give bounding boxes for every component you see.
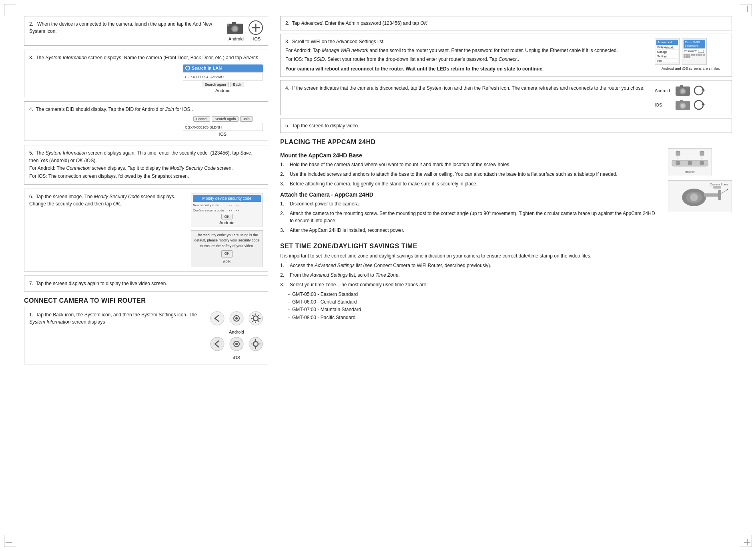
attach-step-1: 1. Disconnect power to the camera. xyxy=(280,200,660,207)
set-time-step-1: 1. Access the Advanced Settings list (se… xyxy=(280,262,732,269)
wifi-row-4: Info xyxy=(656,59,678,63)
svg-rect-4 xyxy=(227,24,229,26)
mount-base-image: anchor xyxy=(668,148,712,176)
ios-did-text: CGXX-000165-BLDNH xyxy=(185,125,222,129)
svg-point-11 xyxy=(235,317,238,320)
refresh-ios-icon xyxy=(693,99,705,111)
ok-row-ios: OK xyxy=(193,250,261,257)
step3-italic1: System Information xyxy=(45,55,86,60)
new-security-row: New security code ······ xyxy=(193,203,261,207)
right-step4-ios-label: iOS xyxy=(655,103,673,107)
svg-point-22 xyxy=(681,89,685,93)
ok-btn-ios[interactable]: OK xyxy=(221,250,232,257)
camera-brace-svg: Camera Brace xyxy=(670,181,730,211)
step2-box: 2. When the device is connected to the c… xyxy=(24,16,268,46)
time-zone-eastern: GMT-05:00 - Eastern Standard xyxy=(288,291,732,298)
svg-rect-28 xyxy=(680,100,683,101)
time-zone-central: GMT-06:00 - Central Standard xyxy=(288,298,732,306)
android-label-step6: Android xyxy=(193,220,261,225)
wifi-step1-num: 1. xyxy=(29,312,33,318)
android-label-step2: Android xyxy=(229,36,244,41)
wifi-screen-2: Enter WiFi password Password: [___] xyxy=(682,38,707,65)
svg-point-31 xyxy=(676,161,680,165)
set-time-step-2-num: 2. xyxy=(280,271,287,279)
step6-images: Modify device security code New security… xyxy=(191,193,263,267)
step5-si: System Information xyxy=(45,150,86,156)
mount-step-2-text: Use the included screws and anchors to a… xyxy=(290,171,618,178)
camera-icon xyxy=(226,20,244,35)
svg-point-2 xyxy=(233,26,237,31)
svg-point-17 xyxy=(235,343,238,345)
svg-point-32 xyxy=(688,161,692,165)
step6-ok: OK xyxy=(113,201,120,207)
ios-security-text: The 'security code' you are using is the… xyxy=(194,233,259,248)
set-time-step-2: 2. From the Advancd Settings list, scrol… xyxy=(280,271,732,279)
placing-title: PLACING THE APPCAM 24HD xyxy=(280,139,732,146)
step3-box: 3. The System Information screen display… xyxy=(24,50,268,97)
search-again-btn2[interactable]: Search again xyxy=(212,116,239,122)
svg-point-8 xyxy=(211,312,224,325)
svg-point-14 xyxy=(211,337,224,351)
android-icons-row xyxy=(210,311,263,326)
right-step4-num: 4. xyxy=(285,85,289,91)
right-column: 2. Tap Advanced. Enter the Admin passwor… xyxy=(280,16,732,535)
new-security-label: New security code xyxy=(193,203,225,207)
dot-5 xyxy=(693,54,695,56)
attach-step-3-num: 3. xyxy=(280,227,287,234)
confirm-security-label: Confirm security code xyxy=(193,209,225,212)
left-column: 2. When the device is connected to the c… xyxy=(24,16,268,535)
cancel-btn[interactable]: Cancel xyxy=(193,116,210,122)
set-time-step-3-text: Select your time zone. The most commonly… xyxy=(290,281,428,288)
step7-num: 7. xyxy=(29,281,33,286)
mount-subtitle: Mount the AppCam 24HD Base xyxy=(280,152,660,159)
step5-ok: OK xyxy=(76,158,83,163)
crosshair-tl xyxy=(6,6,12,12)
right-step2-num: 2. xyxy=(285,20,289,26)
set-time-step-3: 3. Select your time zone. The most commo… xyxy=(280,281,732,288)
ok-btn-android[interactable]: OK xyxy=(221,214,232,219)
dot-9 xyxy=(703,54,705,56)
time-zones-list: GMT-05:00 - Eastern Standard GMT-06:00 -… xyxy=(280,291,732,322)
right-step2-ok: OK xyxy=(420,20,427,26)
svg-line-45 xyxy=(721,189,728,193)
right-step5-text: Tap the screen to display video. xyxy=(292,123,359,129)
wifi-row-1: WiFi Network xyxy=(656,46,678,50)
svg-rect-3 xyxy=(232,22,236,24)
step5-save: Save xyxy=(240,150,251,156)
svg-point-33 xyxy=(700,161,704,165)
attach-step-2: 2. Attach the camera to the mounting scr… xyxy=(280,210,660,224)
svg-rect-23 xyxy=(680,85,683,87)
dot-8 xyxy=(700,54,702,56)
right-step2-box: 2. Tap Advanced. Enter the Admin passwor… xyxy=(280,16,732,30)
step6-text: 6. Tap the screen image. The Modify Secu… xyxy=(29,193,187,207)
step2-icon-row xyxy=(226,20,263,35)
search-again-btn[interactable]: Search again xyxy=(202,82,229,87)
dot-6 xyxy=(696,54,698,56)
svg-marker-29 xyxy=(702,103,705,105)
right-step2-advanced: Advanced xyxy=(301,20,322,26)
settings-ios-icon xyxy=(249,337,263,351)
crosshair-tr xyxy=(744,6,750,12)
right-step4-android-row: Android xyxy=(655,84,727,97)
join-btn[interactable]: Join xyxy=(240,116,253,122)
right-step3-connect: Connect xyxy=(499,56,517,62)
wifi-step1-italic: System Information xyxy=(29,319,70,325)
right-step3-num-row: 3. Scroll to WiFi on the Advanced Settin… xyxy=(285,38,651,45)
mount-step-1: 1. Hold the base of the camera stand whe… xyxy=(280,161,660,168)
step5-connection: Connection xyxy=(66,165,91,171)
step4-android-mock: Cancel Search again Join CGXX-000165-BLD… xyxy=(183,115,263,137)
wifi-dots xyxy=(684,54,705,58)
back-btn[interactable]: Back xyxy=(231,82,244,87)
svg-rect-42 xyxy=(704,193,720,197)
step5-num: 5. xyxy=(29,150,33,156)
set-time-step-3-num: 3. xyxy=(280,281,287,288)
wifi-screen-2-header: Enter WiFi password xyxy=(684,40,705,48)
dot-7 xyxy=(698,54,700,56)
wifi-screen-group: Advanced WiFi Network Manage Settings In… xyxy=(655,38,727,65)
placing-text-col: Mount the AppCam 24HD Base 1. Hold the b… xyxy=(280,148,660,236)
attach-step-1-text: Disconnect power to the camera. xyxy=(290,200,360,207)
right-step4-text: 4. If the screen indicates that the came… xyxy=(285,84,651,111)
mount-base-svg: anchor xyxy=(670,150,710,174)
svg-text:anchor: anchor xyxy=(685,170,695,173)
wifi-row-2: Manage xyxy=(656,50,678,54)
